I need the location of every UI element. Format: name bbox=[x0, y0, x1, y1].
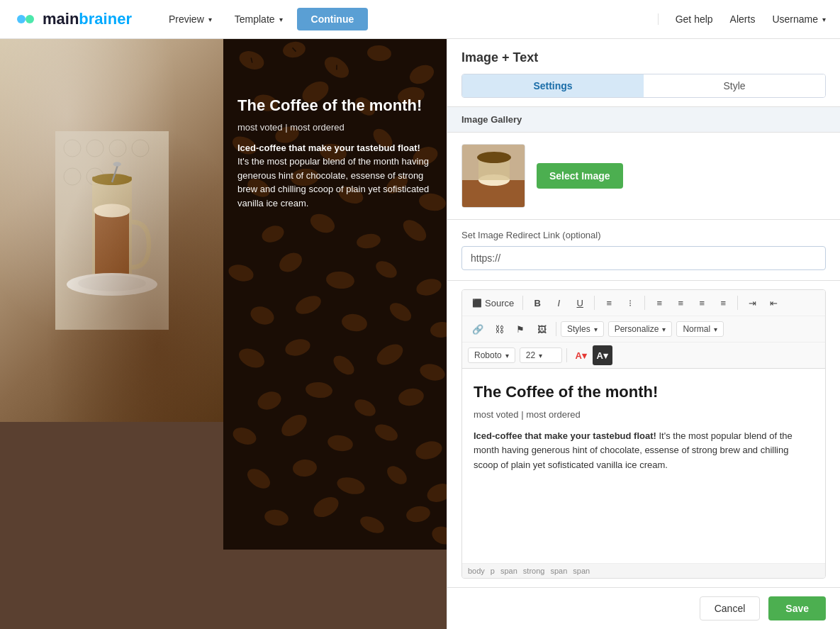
personalize-dropdown[interactable]: Personalize ▾ bbox=[608, 321, 673, 337]
continue-button[interactable]: Continue bbox=[297, 8, 369, 30]
preview-text-overlay: The Coffee of the month! most voted | mo… bbox=[223, 82, 447, 224]
gallery-thumbnail bbox=[461, 144, 525, 208]
styles-dropdown[interactable]: Styles ▾ bbox=[561, 321, 604, 337]
nav-items: Preview ▾ Template ▾ Continue bbox=[160, 8, 658, 30]
status-body: body bbox=[468, 567, 485, 575]
settings-panel: Image + Text Settings Style Image Galler… bbox=[447, 39, 840, 629]
coffee-glass-svg bbox=[55, 131, 169, 330]
svg-point-15 bbox=[113, 162, 121, 166]
svg-line-14 bbox=[112, 165, 118, 182]
status-span-1: span bbox=[500, 567, 517, 575]
font-size-dropdown[interactable]: 22 ▾ bbox=[520, 347, 562, 363]
font-color-button[interactable]: A▾ bbox=[571, 345, 591, 365]
save-button[interactable]: Save bbox=[768, 596, 826, 620]
svg-rect-10 bbox=[95, 211, 129, 276]
toolbar-separator bbox=[522, 296, 523, 310]
editor-heading: The Coffee of the month! bbox=[474, 380, 814, 403]
redirect-label: Set Image Redirect Link (optional) bbox=[461, 230, 826, 240]
tab-settings[interactable]: Settings bbox=[462, 74, 644, 97]
nav-template[interactable]: Template ▾ bbox=[226, 9, 291, 29]
chevron-down-icon: ▾ bbox=[539, 352, 542, 360]
username-menu[interactable]: Username ▾ bbox=[772, 13, 826, 25]
svg-point-17 bbox=[78, 275, 146, 291]
preview-left-image bbox=[0, 39, 223, 422]
chevron-down-icon: ▾ bbox=[714, 325, 717, 333]
logo-icon bbox=[14, 8, 37, 30]
image-gallery-section-header: Image Gallery bbox=[447, 107, 840, 133]
italic-button[interactable]: I bbox=[549, 293, 569, 313]
align-justify-button[interactable]: ≡ bbox=[713, 293, 733, 313]
svg-point-6 bbox=[132, 140, 149, 157]
align-left-button[interactable]: ≡ bbox=[649, 293, 669, 313]
editor-status-bar: body p span strong span span bbox=[462, 563, 825, 578]
source-button[interactable]: ⬛ Source bbox=[468, 295, 518, 311]
preview-title: The Coffee of the month! bbox=[237, 96, 432, 116]
main-layout: The Coffee of the month! most voted | mo… bbox=[0, 39, 840, 629]
redirect-input[interactable] bbox=[461, 246, 826, 270]
svg-point-8 bbox=[86, 168, 103, 185]
status-p: p bbox=[491, 567, 495, 575]
cancel-button[interactable]: Cancel bbox=[700, 596, 761, 620]
svg-point-1 bbox=[26, 15, 34, 23]
chevron-down-icon: ▾ bbox=[505, 352, 509, 360]
editor-toolbar: ⬛ Source B I U ≡ ⁝ ≡ ≡ ≡ ≡ ⇥ bbox=[462, 290, 825, 369]
align-right-button[interactable]: ≡ bbox=[692, 293, 712, 313]
svg-point-12 bbox=[92, 174, 132, 185]
ordered-list-button[interactable]: ≡ bbox=[599, 293, 619, 313]
preview-image-container: The Coffee of the month! most voted | mo… bbox=[0, 39, 447, 629]
editor-subtext: most voted | most ordered bbox=[474, 408, 814, 422]
format-dropdown[interactable]: Normal ▾ bbox=[676, 321, 724, 337]
rich-text-editor: ⬛ Source B I U ≡ ⁝ ≡ ≡ ≡ ≡ ⇥ bbox=[461, 289, 826, 579]
panel-title: Image + Text bbox=[461, 50, 826, 65]
status-span-2: span bbox=[550, 567, 567, 575]
image-button[interactable]: 🖼 bbox=[532, 319, 551, 339]
align-center-button[interactable]: ≡ bbox=[671, 293, 690, 313]
svg-point-3 bbox=[64, 140, 81, 157]
preview-subtitle: most voted | most ordered bbox=[237, 122, 432, 133]
image-gallery-content: Select Image bbox=[447, 133, 840, 220]
toolbar-separator bbox=[566, 348, 567, 362]
header: mainbrainer Preview ▾ Template ▾ Continu… bbox=[0, 0, 840, 39]
toolbar-row-2: 🔗 ⛓ ⚑ 🖼 Styles ▾ Personalize ▾ Normal bbox=[462, 316, 825, 343]
unlink-button[interactable]: ⛓ bbox=[489, 319, 509, 339]
outdent-button[interactable]: ⇤ bbox=[763, 293, 783, 313]
editor-body: Iced-coffee that make your tastebud floa… bbox=[474, 429, 814, 473]
flag-button[interactable]: ⚑ bbox=[510, 319, 530, 339]
svg-rect-13 bbox=[92, 177, 132, 179]
logo-text: mainbrainer bbox=[43, 10, 132, 28]
preview-body: Iced-coffee that make your tastebud floa… bbox=[237, 141, 432, 211]
link-button[interactable]: 🔗 bbox=[468, 319, 488, 339]
chevron-down-icon: ▾ bbox=[594, 325, 598, 333]
status-strong: strong bbox=[523, 567, 545, 575]
header-right: Get help Alerts Username ▾ bbox=[658, 13, 826, 25]
unordered-list-button[interactable]: ⁝ bbox=[620, 293, 640, 313]
editor-content-area[interactable]: The Coffee of the month! most voted | mo… bbox=[462, 369, 825, 563]
toolbar-separator bbox=[594, 296, 595, 310]
get-help-link[interactable]: Get help bbox=[676, 13, 713, 25]
underline-button[interactable]: U bbox=[570, 293, 590, 313]
nav-preview[interactable]: Preview ▾ bbox=[160, 9, 220, 29]
svg-rect-9 bbox=[92, 177, 132, 279]
tab-style[interactable]: Style bbox=[644, 74, 825, 97]
bold-button[interactable]: B bbox=[527, 293, 547, 313]
editor-body-bold: Iced-coffee that make your tastebud floa… bbox=[474, 430, 656, 441]
svg-point-16 bbox=[67, 273, 157, 296]
chevron-down-icon: ▾ bbox=[662, 325, 666, 333]
panel-footer: Cancel Save bbox=[447, 587, 840, 629]
panel-tabs: Settings Style bbox=[461, 74, 826, 98]
coffee-glass-image bbox=[0, 39, 223, 422]
indent-button[interactable]: ⇥ bbox=[742, 293, 762, 313]
chevron-down-icon: ▾ bbox=[279, 16, 283, 23]
toolbar-row-1: ⬛ Source B I U ≡ ⁝ ≡ ≡ ≡ ≡ ⇥ bbox=[462, 290, 825, 316]
font-dropdown[interactable]: Roboto ▾ bbox=[468, 347, 515, 363]
alerts-link[interactable]: Alerts bbox=[730, 13, 756, 25]
chevron-down-icon: ▾ bbox=[208, 16, 212, 23]
select-image-button[interactable]: Select Image bbox=[537, 163, 623, 189]
svg-point-7 bbox=[64, 168, 81, 185]
preview-panel: The Coffee of the month! most voted | mo… bbox=[0, 39, 447, 629]
bg-color-button[interactable]: A▾ bbox=[593, 345, 612, 365]
logo: mainbrainer bbox=[14, 8, 132, 30]
toolbar-row-3: Roboto ▾ 22 ▾ A▾ A▾ bbox=[462, 343, 825, 368]
panel-header: Image + Text Settings Style bbox=[447, 39, 840, 107]
thumbnail-image bbox=[462, 145, 525, 208]
